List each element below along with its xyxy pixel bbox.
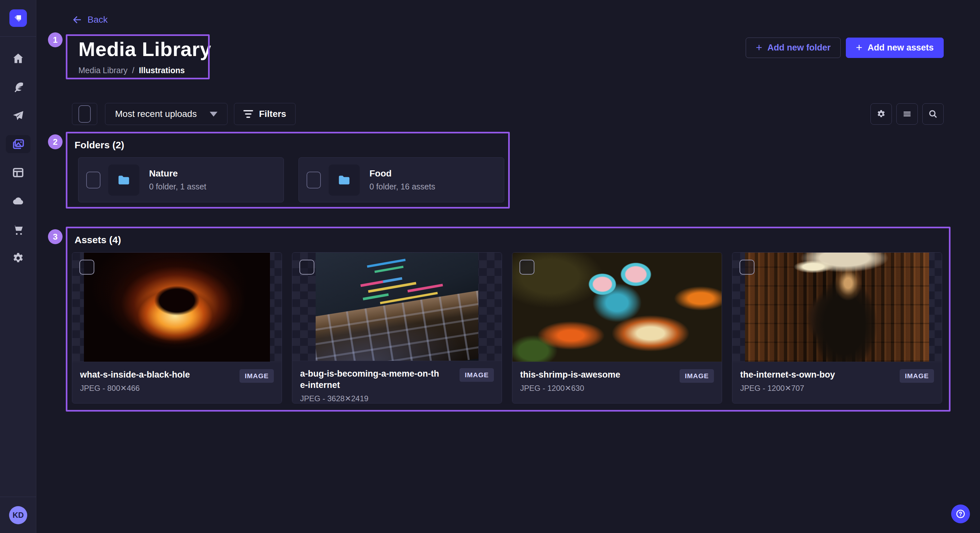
asset-card-black-hole[interactable]: what-s-inside-a-black-hole JPEG - 800✕46… <box>72 252 282 403</box>
asset-name: the-internet-s-own-boy <box>740 369 880 381</box>
asset-checkbox[interactable] <box>80 260 94 274</box>
asset-meta: JPEG - 800✕466 <box>80 384 274 393</box>
asset-name: what-s-inside-a-black-hole <box>80 369 220 381</box>
asset-type-badge: IMAGE <box>900 369 934 383</box>
search-icon <box>928 109 938 119</box>
assets-section: Assets (4) what-s-inside-a-black-hole JP… <box>66 227 950 412</box>
asset-card-shrimp[interactable]: this-shrimp-is-awesome JPEG - 1200✕630 I… <box>512 252 722 403</box>
asset-type-badge: IMAGE <box>240 369 274 383</box>
folder-meta: 0 folder, 1 asset <box>149 182 207 191</box>
header-actions: + Add new folder + Add new assets <box>746 38 944 58</box>
folder-card-nature[interactable]: Nature 0 folder, 1 asset <box>78 157 284 202</box>
content-manager-feather-icon[interactable] <box>6 78 30 96</box>
filters-label: Filters <box>259 109 286 119</box>
help-button[interactable] <box>951 504 970 523</box>
sidebar-divider <box>0 36 36 36</box>
folder-card-food[interactable]: Food 0 folder, 16 assets <box>299 157 504 202</box>
settings-gear-icon[interactable] <box>6 249 30 267</box>
breadcrumb-current: Illustrations <box>139 66 185 75</box>
back-label: Back <box>88 14 108 25</box>
folder-tile <box>329 165 360 195</box>
annotation-badge-2: 2 <box>48 134 62 149</box>
library-portrait-photo <box>745 252 929 362</box>
folder-meta: 0 folder, 16 assets <box>369 182 435 191</box>
asset-thumbnail <box>72 252 282 362</box>
page-title: Media Library <box>78 38 216 60</box>
add-new-assets-label: Add new assets <box>867 43 934 53</box>
media-library-icon[interactable] <box>6 135 30 153</box>
marketplace-cart-icon[interactable] <box>6 220 30 239</box>
gear-icon <box>876 109 886 119</box>
asset-thumbnail <box>292 252 502 361</box>
asset-cards: what-s-inside-a-black-hole JPEG - 800✕46… <box>72 252 942 403</box>
releases-paper-plane-icon[interactable] <box>6 106 30 125</box>
plus-icon: + <box>856 42 862 53</box>
assets-section-title: Assets (4) <box>75 235 121 246</box>
folder-texts: Food 0 folder, 16 assets <box>369 168 435 191</box>
folder-texts: Nature 0 folder, 1 asset <box>149 168 207 191</box>
laptop-code-photo <box>316 252 478 361</box>
sort-dropdown-value: Most recent uploads <box>115 109 197 119</box>
folder-name: Food <box>369 168 435 179</box>
folder-icon <box>116 173 131 187</box>
folder-checkbox[interactable] <box>86 171 100 189</box>
home-icon[interactable] <box>6 49 30 68</box>
folder-tile <box>108 165 139 195</box>
folders-section-title: Folders (2) <box>75 140 124 151</box>
asset-type-badge: IMAGE <box>679 369 714 383</box>
asset-card-internet-boy[interactable]: the-internet-s-own-boy JPEG - 1200✕707 I… <box>732 252 942 403</box>
cloud-icon[interactable] <box>6 192 30 210</box>
media-library-page: KD 1 2 3 Back Media Library Media Librar… <box>0 0 980 533</box>
filters-button[interactable]: Filters <box>234 103 296 125</box>
folder-checkbox[interactable] <box>307 171 321 189</box>
asset-footer: what-s-inside-a-black-hole JPEG - 800✕46… <box>72 362 282 403</box>
toolbar: Most recent uploads Filters <box>72 103 944 125</box>
back-link[interactable]: Back <box>72 14 108 25</box>
annotation-badge-3: 3 <box>48 229 62 244</box>
select-all-checkbox[interactable] <box>72 103 97 125</box>
asset-footer: a-bug-is-becoming-a-meme-on-the-internet… <box>292 361 502 403</box>
main-content: 1 2 3 Back Media Library Media Library /… <box>36 0 980 533</box>
sidebar: KD <box>0 0 36 533</box>
mantis-shrimp-photo <box>512 252 722 362</box>
asset-checkbox[interactable] <box>520 260 535 274</box>
list-icon <box>902 109 912 119</box>
asset-name: this-shrimp-is-awesome <box>520 369 660 381</box>
add-new-assets-button[interactable]: + Add new assets <box>846 38 944 58</box>
breadcrumb: Media Library / Illustrations <box>78 66 216 75</box>
chevron-down-icon <box>210 112 218 117</box>
asset-card-bug-meme[interactable]: a-bug-is-becoming-a-meme-on-the-internet… <box>292 252 502 403</box>
header-block: Media Library Media Library / Illustrati… <box>72 34 216 79</box>
sidebar-footer: KD <box>0 497 36 533</box>
add-new-folder-button[interactable]: + Add new folder <box>746 38 841 58</box>
plus-icon: + <box>756 42 762 53</box>
content-type-builder-icon[interactable] <box>6 163 30 182</box>
list-view-button[interactable] <box>896 103 918 125</box>
question-mark-icon <box>955 508 966 519</box>
add-new-folder-label: Add new folder <box>767 43 830 53</box>
folder-cards: Nature 0 folder, 1 asset Food 0 folder, … <box>78 157 504 202</box>
asset-footer: this-shrimp-is-awesome JPEG - 1200✕630 I… <box>512 362 722 403</box>
asset-checkbox[interactable] <box>740 260 754 274</box>
asset-name: a-bug-is-becoming-a-meme-on-the-internet <box>300 368 439 391</box>
user-avatar[interactable]: KD <box>9 506 27 524</box>
grid-settings-gear-button[interactable] <box>870 103 892 125</box>
annotation-badge-1: 1 <box>48 32 62 47</box>
breadcrumb-parent[interactable]: Media Library <box>78 66 127 75</box>
asset-type-badge: IMAGE <box>460 368 494 382</box>
folders-section: Folders (2) Nature 0 folder, 1 asset <box>66 132 510 209</box>
sort-dropdown[interactable]: Most recent uploads <box>105 103 228 125</box>
asset-meta: JPEG - 1200✕630 <box>520 384 714 393</box>
strapi-logo[interactable] <box>10 10 27 27</box>
search-button[interactable] <box>922 103 944 125</box>
folder-icon <box>337 173 352 187</box>
sidebar-nav <box>0 49 36 267</box>
asset-thumbnail <box>732 252 942 362</box>
asset-meta: JPEG - 3628✕2419 <box>300 394 494 403</box>
toolbar-view-options <box>870 103 944 125</box>
asset-checkbox[interactable] <box>299 260 314 274</box>
back-arrow-icon <box>72 14 82 25</box>
black-hole-photo <box>84 252 270 362</box>
checkbox-box <box>78 105 91 123</box>
asset-footer: the-internet-s-own-boy JPEG - 1200✕707 I… <box>732 362 942 403</box>
